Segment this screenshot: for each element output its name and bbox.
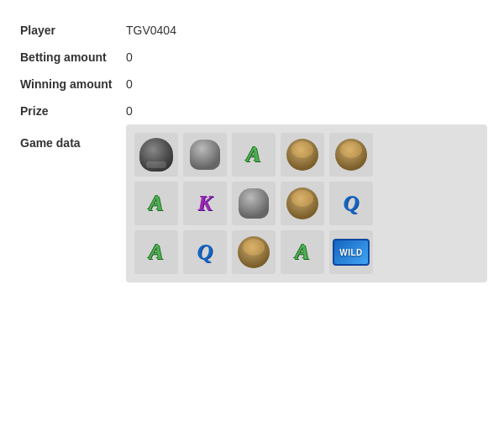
- winning-amount-value: 0: [126, 71, 487, 98]
- game-grid-container: AAKQAQAWILD: [126, 124, 487, 283]
- prize-label: Prize: [17, 98, 126, 124]
- game-grid: AAKQAQAWILD: [134, 133, 479, 274]
- game-cell-2-1: Q: [183, 230, 227, 274]
- betting-amount-value: 0: [126, 44, 487, 71]
- game-cell-2-3: A: [281, 230, 324, 274]
- player-value: TGV0404: [126, 17, 487, 44]
- game-cell-1-3: [281, 182, 324, 225]
- game-cell-0-2: A: [232, 133, 276, 177]
- game-cell-0-3: [281, 133, 324, 177]
- game-cell-2-2: [232, 230, 276, 274]
- game-cell-2-4: WILD: [329, 230, 373, 274]
- game-cell-2-0: A: [134, 230, 178, 274]
- game-cell-0-1: [183, 133, 227, 177]
- winning-amount-label: Winning amount: [17, 71, 126, 98]
- game-cell-1-1: K: [183, 182, 227, 225]
- game-cell-1-0: A: [134, 182, 178, 225]
- player-label: Player: [17, 17, 126, 44]
- game-cell-1-2: [232, 182, 276, 225]
- game-cell-0-4: [329, 133, 373, 177]
- prize-value: 0: [126, 98, 487, 124]
- game-cell-0-0: [134, 133, 178, 177]
- game-data-label: Game data: [17, 124, 126, 156]
- game-cell-1-4: Q: [329, 182, 373, 225]
- betting-amount-label: Betting amount: [17, 44, 126, 71]
